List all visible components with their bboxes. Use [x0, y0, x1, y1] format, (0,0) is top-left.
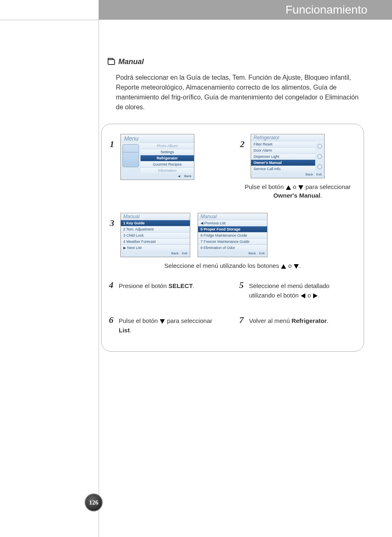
menu-item: Dispenser Light [251, 153, 315, 159]
step-2: 2 Refrigerator Filter Reset Door Alarm D… [241, 134, 355, 200]
content: Manual Podrá seleccionar en la Guía de t… [108, 58, 367, 352]
menu-item: ▶ Next List [121, 244, 190, 251]
menu-item: Settings [141, 149, 194, 155]
screen-banner: Refrigerator [251, 134, 324, 141]
folder-icon [108, 59, 115, 65]
fridge-icon [122, 144, 139, 167]
knob-icon [317, 144, 322, 149]
menu-item-selected: 1 Key Guide [121, 220, 190, 226]
knob-icon [317, 164, 322, 169]
manual-screen-a: Manual 1 Key Guide 2 Tem. Adjustment 3 C… [120, 213, 190, 257]
step-3: 3 Manual 1 Key Guide 2 Tem. Adjustment 3… [111, 213, 355, 269]
screen-footer: BackExit [251, 172, 324, 177]
screen-banner: Menu [121, 134, 194, 143]
menu-item: 6 Fridge Maintenance Guide [198, 232, 267, 238]
step-number: 7 [239, 315, 244, 325]
menu-item: 3 Child Lock [121, 232, 190, 238]
left-arrow-icon [301, 293, 305, 298]
step-caption: Pulse el botón o para seleccionar Owner'… [241, 182, 355, 200]
menu-item-selected: Owner's Manual [251, 159, 315, 166]
step-number: 3 [110, 218, 114, 228]
menu-item: Gourmet Recipes [141, 161, 194, 167]
step-text: Seleccione el menú detallado utilizando … [249, 281, 355, 300]
step-text: Volver al menú Refrigerator. [249, 316, 355, 326]
step-number: 6 [109, 315, 113, 325]
menu-item: Door Alarm [251, 147, 315, 153]
header-band: Funcionamiento [99, 0, 392, 20]
steps-frame: 1 Menu Photo Album Settings Refrigerator… [101, 124, 364, 352]
manual-screen-b: Manual ◀ Previous List 5 Proper Food Sto… [198, 213, 267, 257]
up-arrow-icon [281, 264, 286, 269]
screen-footer: BackExit [121, 251, 190, 256]
step-number: 5 [239, 280, 244, 290]
menu-item-selected: Refrigerator [141, 155, 194, 161]
down-arrow-icon [294, 264, 299, 269]
page-title: Funcionamiento [286, 3, 367, 16]
section-heading: Manual [108, 58, 367, 66]
step-number: 1 [110, 139, 114, 150]
intro-paragraph: Podrá seleccionar en la Guía de teclas, … [116, 73, 362, 112]
step-7: 7 Volver al menú Refrigerator. [241, 316, 355, 335]
menu-item-selected: 5 Proper Food Storage [198, 226, 267, 232]
page-number-badge: 126 [85, 493, 103, 512]
step-number: 4 [109, 280, 113, 290]
knob-icon [317, 154, 322, 159]
step-5: 5 Seleccione el menú detallado utilizand… [241, 281, 355, 300]
step-text: Pulse el botón para seleccionar List. [119, 316, 224, 335]
up-arrow-icon [286, 185, 291, 190]
step-6: 6 Pulse el botón para seleccionar List. [111, 316, 224, 335]
step-1: 1 Menu Photo Album Settings Refrigerator… [111, 134, 224, 200]
right-arrow-icon [313, 293, 318, 298]
divider [99, 20, 99, 537]
step-number: 2 [240, 139, 244, 150]
menu-item: 8 Elimination of Odor [198, 244, 267, 251]
screen-footer: BackExit [198, 251, 267, 256]
menu-item: 7 Freezer Maintenance Guide [198, 238, 267, 244]
refrigerator-screen: Refrigerator Filter Reset Door Alarm Dis… [251, 134, 325, 178]
menu-screen: Menu Photo Album Settings Refrigerator G… [120, 134, 194, 180]
menu-item: 4 Weather Forecast [121, 238, 190, 244]
menu-item: Information [141, 167, 194, 173]
section-title: Manual [118, 58, 144, 66]
menu-item: Service Call Info. [251, 166, 315, 172]
back-arrow-icon: ◀ [178, 175, 180, 177]
screen-banner: Manual [121, 213, 190, 220]
down-arrow-icon [298, 185, 303, 190]
step-text: Presione el botón SELECT. [119, 281, 224, 291]
screen-footer: ◀ Back [121, 173, 194, 179]
menu-item: ◀ Previous List [198, 220, 267, 226]
divider [0, 20, 99, 20]
step-caption: Seleccione el menú utilizando los botone… [111, 262, 355, 269]
screen-banner: Manual [198, 213, 267, 220]
menu-item: Filter Reset [251, 141, 315, 147]
menu-item: Photo Album [141, 143, 194, 149]
menu-item: 2 Tem. Adjustment [121, 226, 190, 232]
down-arrow-icon [160, 319, 165, 324]
step-4: 4 Presione el botón SELECT. [111, 281, 224, 300]
